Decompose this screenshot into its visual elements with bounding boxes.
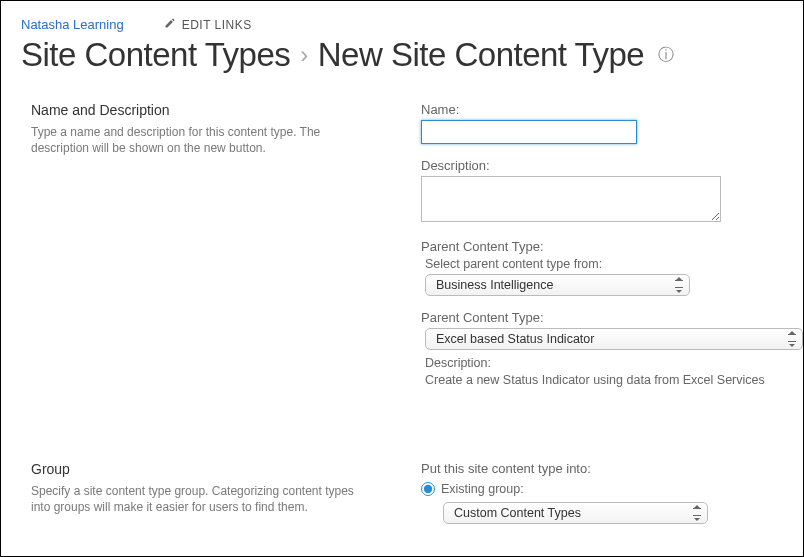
section-heading: Name and Description: [31, 102, 401, 118]
pencil-icon: [164, 17, 176, 32]
section-description: Type a name and description for this con…: [31, 124, 371, 156]
page-title: Site Content Types › New Site Content Ty…: [21, 36, 783, 74]
section-heading: Group: [31, 461, 401, 477]
ct-description-label: Description:: [425, 356, 803, 370]
select-parent-from-label: Select parent content type from:: [425, 257, 803, 271]
put-into-label: Put this site content type into:: [421, 461, 775, 476]
breadcrumb-current: New Site Content Type: [318, 36, 644, 74]
description-label: Description:: [421, 158, 803, 173]
breadcrumb-separator-icon: ›: [300, 41, 308, 69]
info-icon[interactable]: ⓘ: [658, 45, 674, 66]
parent-group-select[interactable]: Business Intelligence: [425, 274, 690, 296]
existing-group-select[interactable]: Custom Content Types: [443, 502, 708, 524]
edit-links-label: EDIT LINKS: [182, 18, 252, 32]
existing-group-select-wrap: Custom Content Types: [443, 502, 708, 524]
existing-group-radio[interactable]: [421, 482, 435, 496]
section-group: Group Specify a site content type group.…: [21, 461, 783, 524]
site-link[interactable]: Natasha Learning: [21, 17, 124, 32]
parent-group-select-wrap: Business Intelligence: [425, 274, 690, 296]
top-navigation: Natasha Learning EDIT LINKS: [21, 17, 783, 32]
breadcrumb-parent[interactable]: Site Content Types: [21, 36, 290, 74]
parent-content-type-label: Parent Content Type:: [421, 239, 803, 254]
parent-ct-select-wrap: Excel based Status Indicator: [425, 328, 803, 350]
name-input[interactable]: [421, 120, 637, 144]
section-name-description: Name and Description Type a name and des…: [21, 102, 783, 401]
description-textarea[interactable]: [421, 176, 721, 222]
existing-group-label: Existing group:: [441, 482, 524, 496]
name-label: Name:: [421, 102, 803, 117]
parent-content-type-label-2: Parent Content Type:: [421, 310, 803, 325]
edit-links-button[interactable]: EDIT LINKS: [164, 17, 252, 32]
parent-content-type-select[interactable]: Excel based Status Indicator: [425, 328, 803, 350]
section-description: Specify a site content type group. Categ…: [31, 483, 371, 515]
ct-description-text: Create a new Status Indicator using data…: [425, 373, 803, 387]
